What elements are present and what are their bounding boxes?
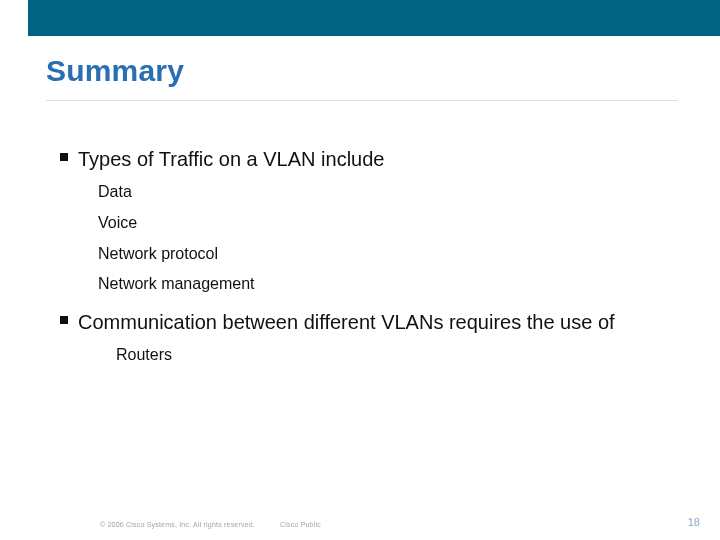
slide: Summary Types of Traffic on a VLAN inclu…	[0, 0, 720, 540]
bullet-text: Communication between different VLANs re…	[78, 309, 615, 335]
title-underline	[46, 100, 678, 101]
footer-classification: Cisco Public	[280, 521, 321, 528]
square-bullet-icon	[60, 153, 68, 161]
sub-item: Data	[98, 182, 660, 203]
bullet-item: Communication between different VLANs re…	[60, 309, 660, 335]
sub-list: Routers	[116, 345, 660, 366]
sub-item: Network protocol	[98, 244, 660, 265]
page-number: 18	[688, 516, 700, 528]
footer-copyright: © 2006 Cisco Systems, Inc. All rights re…	[100, 521, 255, 528]
slide-title: Summary	[46, 54, 184, 88]
sub-item: Network management	[98, 274, 660, 295]
header-bar	[0, 0, 720, 36]
sub-list: Data Voice Network protocol Network mana…	[98, 182, 660, 295]
sub-item: Voice	[98, 213, 660, 234]
content-area: Types of Traffic on a VLAN include Data …	[60, 146, 660, 380]
sub-item: Routers	[116, 345, 660, 366]
bullet-item: Types of Traffic on a VLAN include	[60, 146, 660, 172]
header-bar-notch	[0, 0, 28, 36]
bullet-text: Types of Traffic on a VLAN include	[78, 146, 384, 172]
square-bullet-icon	[60, 316, 68, 324]
